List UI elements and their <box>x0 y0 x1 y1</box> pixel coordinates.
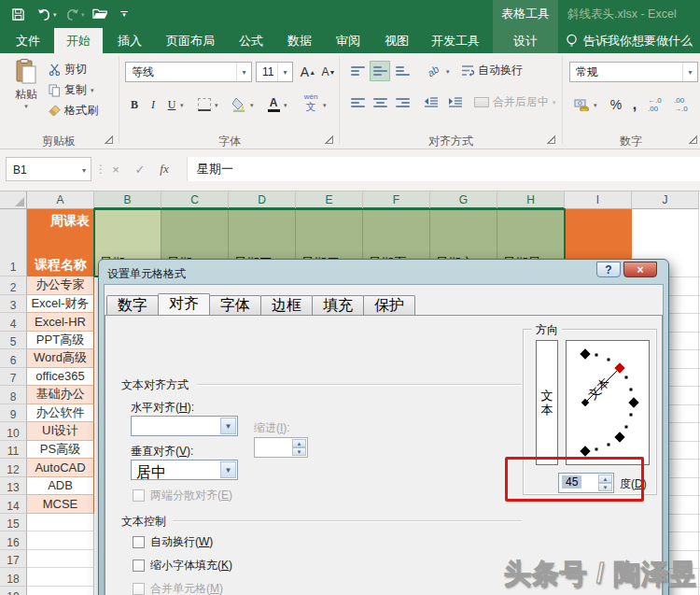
insert-function-button[interactable]: fx <box>153 157 175 181</box>
font-size-dropdown[interactable]: ▾ <box>277 63 292 81</box>
col-header-g[interactable]: G <box>430 191 497 209</box>
horizontal-align-combo[interactable]: ▼ <box>131 416 238 436</box>
shrink-to-fit-checkbox[interactable]: 缩小字体填充(K) <box>133 558 232 574</box>
font-name-combo[interactable]: 等线 ▾ <box>125 62 252 82</box>
orientation-vertical-text-box[interactable]: 文 本 <box>536 340 558 465</box>
col-header-b[interactable]: B <box>94 191 161 209</box>
paste-button[interactable]: 粘贴 ▾ <box>7 59 45 110</box>
align-left-button[interactable] <box>347 92 368 113</box>
course-cell[interactable]: 办公软件 <box>27 404 94 423</box>
row-header[interactable]: 18 <box>0 568 27 587</box>
course-cell[interactable]: Excel-HR <box>27 313 94 332</box>
tab-home[interactable]: 开始 <box>54 28 103 53</box>
wrap-text-button[interactable]: 自动换行 <box>461 61 523 80</box>
increase-decimal-button[interactable]: ←.0 .00 <box>648 94 672 115</box>
dialog-tab-fill[interactable]: 填充 <box>312 295 364 315</box>
col-header-e[interactable]: E <box>296 191 363 209</box>
col-header-j[interactable]: J <box>632 191 699 209</box>
grow-font-button[interactable]: A▲ <box>299 62 317 82</box>
font-color-button[interactable]: A <box>265 94 282 115</box>
clipboard-dialog-launcher[interactable] <box>105 135 113 144</box>
tab-review[interactable]: 审阅 <box>327 28 370 53</box>
merge-center-dropdown[interactable]: ▾ <box>553 99 556 106</box>
wrap-text-checkbox[interactable]: 自动换行(W) <box>133 534 213 550</box>
course-cell[interactable] <box>27 568 94 587</box>
col-header-f[interactable]: F <box>363 191 430 209</box>
row-header[interactable]: 3 <box>0 295 27 314</box>
course-cell[interactable]: 办公专家 <box>27 276 94 295</box>
spin-up-icon[interactable]: ▲ <box>292 439 306 447</box>
row-header[interactable]: 9 <box>0 404 27 423</box>
row-header[interactable]: 2 <box>0 276 27 295</box>
fill-color-dropdown[interactable]: ▾ <box>250 102 254 109</box>
shrink-font-button[interactable]: A▼ <box>319 62 338 82</box>
row-header[interactable]: 11 <box>0 441 27 460</box>
name-box-dropdown[interactable]: ▾ <box>82 166 86 175</box>
accounting-dropdown[interactable]: ▾ <box>594 102 597 109</box>
course-cell[interactable] <box>27 587 94 595</box>
dialog-tab-alignment[interactable]: 对齐 <box>158 293 210 315</box>
tab-page-layout[interactable]: 页面布局 <box>155 28 226 53</box>
italic-button[interactable]: I <box>146 94 161 115</box>
tab-view[interactable]: 视图 <box>375 28 418 53</box>
fill-color-button[interactable] <box>230 94 248 115</box>
dialog-tab-border[interactable]: 边框 <box>260 295 313 315</box>
dialog-close-button[interactable]: × <box>623 262 657 277</box>
cancel-button[interactable]: × <box>105 157 127 181</box>
course-cell[interactable]: office365 <box>27 368 94 387</box>
course-cell[interactable]: PPT高级 <box>27 332 94 350</box>
indent-spinner[interactable]: ▲▼ <box>254 437 308 458</box>
cut-button[interactable]: 剪切 <box>49 60 87 79</box>
undo-button[interactable] <box>34 4 54 24</box>
orientation-dropdown[interactable]: ▾ <box>446 68 450 76</box>
orientation-button[interactable]: ab <box>418 56 448 86</box>
merge-center-button[interactable]: 合并后居中 ▾ <box>474 92 556 112</box>
comma-style-button[interactable]: , <box>627 94 642 115</box>
course-cell[interactable]: 基础办公 <box>27 386 94 404</box>
tell-me-box[interactable]: 告诉我你想要做什么 <box>566 28 693 53</box>
col-header-d[interactable]: D <box>229 191 296 209</box>
tab-design[interactable]: 设计 <box>493 28 558 53</box>
row-header[interactable]: 19 <box>0 587 27 595</box>
orientation-dial[interactable]: 文本 <box>566 340 650 465</box>
borders-dropdown[interactable]: ▾ <box>215 102 218 109</box>
formula-input[interactable]: 星期一 <box>187 157 700 181</box>
name-box[interactable]: B1 ▾ <box>6 157 91 181</box>
format-painter-button[interactable]: 格式刷 <box>49 101 98 120</box>
course-cell[interactable]: Word高级 <box>27 349 94 368</box>
redo-dropdown[interactable]: ▾ <box>81 11 85 19</box>
tab-file[interactable]: 文件 <box>7 28 49 53</box>
tab-data[interactable]: 数据 <box>278 28 321 53</box>
font-size-combo[interactable]: 11 ▾ <box>256 62 293 82</box>
font-name-dropdown[interactable]: ▾ <box>236 63 251 81</box>
merge-cells-checkbox[interactable]: 合并单元格(M) <box>133 581 223 595</box>
align-right-button[interactable] <box>392 92 413 113</box>
tab-formulas[interactable]: 公式 <box>230 28 273 53</box>
vertical-align-combo[interactable]: 居中 ▼ <box>131 460 238 480</box>
row-header[interactable]: 4 <box>0 313 27 332</box>
tab-insert[interactable]: 插入 <box>108 28 151 53</box>
spin-down-icon[interactable]: ▼ <box>292 447 306 456</box>
course-cell[interactable]: UI设计 <box>27 422 94 441</box>
row-header[interactable]: 7 <box>0 368 27 387</box>
row-header[interactable]: 15 <box>0 514 27 532</box>
row-header[interactable]: 17 <box>0 550 27 569</box>
col-header-h[interactable]: H <box>497 191 565 209</box>
top-align-button[interactable] <box>347 61 368 81</box>
number-format-dropdown[interactable]: ▾ <box>682 63 697 81</box>
course-cell[interactable] <box>27 531 94 550</box>
row-header[interactable]: 14 <box>0 495 27 514</box>
row-header[interactable]: 12 <box>0 459 27 477</box>
dialog-tab-font[interactable]: 字体 <box>209 295 261 315</box>
row-header-1[interactable]: 1 <box>0 209 27 276</box>
middle-align-button[interactable] <box>370 61 390 81</box>
copy-dropdown[interactable]: ▾ <box>91 87 94 94</box>
bottom-align-button[interactable] <box>392 61 413 81</box>
underline-dropdown[interactable]: ▾ <box>180 102 184 109</box>
open-button[interactable] <box>90 4 110 24</box>
underline-button[interactable]: U <box>164 94 179 115</box>
save-button[interactable] <box>7 4 28 24</box>
accounting-format-button[interactable] <box>571 94 592 115</box>
alignment-dialog-launcher[interactable] <box>547 135 555 144</box>
decrease-decimal-button[interactable]: .00 →.0 <box>674 94 698 115</box>
